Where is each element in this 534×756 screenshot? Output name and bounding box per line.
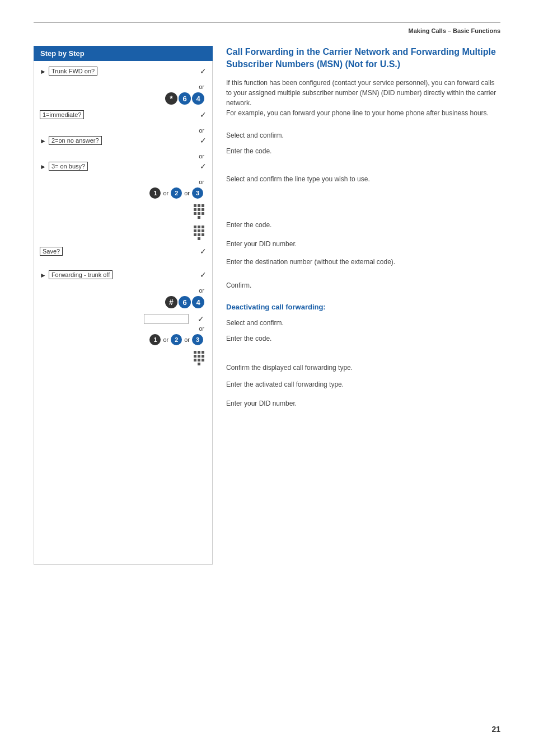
instr-text-confirm: Confirm. — [226, 278, 251, 290]
instr-confirm: Confirm. — [226, 277, 500, 292]
num-2: 2 — [171, 187, 182, 199]
badge-6-2: 6 — [179, 296, 191, 308]
num-2b: 2 — [171, 334, 182, 345]
keypad-icon-1 — [194, 204, 204, 219]
empty-input-box — [144, 314, 189, 324]
or-text-1: or — [40, 83, 207, 90]
deactivate-type-block: ✓ or 1 or 2 or 3 — [40, 314, 207, 345]
no-answer-label: 2=on no answer? — [49, 136, 102, 145]
intro-paragraph: If this function has been configured (co… — [226, 78, 500, 118]
keypad-row-1 — [40, 204, 207, 219]
instr-code-deact: Enter the code. — [226, 330, 500, 345]
instr-text-line-type: Select and confirm the line type you wis… — [226, 172, 370, 184]
instr-select-confirm-1: Select and confirm. — [226, 127, 500, 142]
check-deact: ✓ — [198, 314, 204, 323]
instr-confirm-type: Confirm the displayed call forwarding ty… — [226, 359, 500, 374]
page-number: 21 — [491, 725, 500, 734]
or-inline-1: or — [163, 190, 168, 196]
trunk-fwd-row: ► Trunk FWD on? ✓ — [40, 67, 207, 80]
instr-did-2: Enter your DID number. — [226, 395, 500, 410]
code-row-2: # 6 4 — [40, 296, 207, 308]
instr-text-enter-type: Enter the activated call forwarding type… — [226, 377, 344, 389]
check-icon-trunk: ✓ — [200, 67, 207, 76]
instr-text-select-deact: Select and confirm. — [226, 316, 284, 328]
no-answer-row: ► 2=on no answer? ✓ — [40, 136, 207, 149]
instr-text-did-2: Enter your DID number. — [226, 396, 297, 408]
instr-dest: Enter the destination number (without th… — [226, 255, 500, 275]
keypad-row-3 — [40, 351, 207, 365]
step-by-step-label: Step by Step — [34, 46, 213, 61]
save-label: Save? — [40, 247, 63, 256]
line-type-block: 1=immediate? ✓ or ► 2=on no answer? ✓ or… — [40, 110, 207, 199]
trunk-fwd-label: Trunk FWD on? — [49, 67, 97, 76]
or-inline-2: or — [184, 190, 190, 196]
instr-text-confirm-type: Confirm the displayed call forwarding ty… — [226, 360, 353, 373]
save-row: Save? ✓ — [40, 247, 207, 260]
num-row-1: 1 or 2 or 3 — [40, 187, 207, 199]
badge-4-2: 4 — [192, 296, 204, 308]
instr-select-line-type: Select and confirm the line type you wis… — [226, 172, 500, 186]
instr-enter-code-1: Enter the code. — [226, 143, 500, 157]
page-container: Making Calls – Basic Functions Step by S… — [0, 0, 534, 756]
right-column: Call Forwarding in the Carrier Network a… — [213, 46, 500, 565]
instr-text-dest: Enter the destination number (without th… — [226, 255, 395, 267]
instr-enter-code-2: Enter the code. — [226, 217, 500, 231]
fwd-trunk-off-label: Forwarding - trunk off — [49, 270, 113, 279]
trunk-fwd-block: ► Trunk FWD on? ✓ or * 6 4 — [40, 67, 207, 105]
num-row-2: 1 or 2 or 3 — [40, 334, 207, 345]
page-header-title: Making Calls – Basic Functions — [409, 27, 500, 34]
left-column: Step by Step ► Trunk FWD on? ✓ or * 6 4 — [34, 46, 213, 565]
deactivating-title: Deactivating call forwarding: — [226, 303, 500, 311]
or-text-5: or — [40, 287, 207, 294]
or-text-6: or — [40, 325, 207, 332]
immediate-row: 1=immediate? ✓ — [40, 110, 207, 124]
check-immediate: ✓ — [200, 110, 207, 119]
num-3: 3 — [192, 187, 203, 199]
check-fwd-trunk: ✓ — [200, 270, 207, 279]
keypad-icon-2 — [194, 226, 204, 240]
main-section-title: Call Forwarding in the Carrier Network a… — [226, 46, 500, 71]
num-3b: 3 — [192, 334, 203, 345]
badge-6-1: 6 — [179, 92, 191, 105]
num-1b: 1 — [149, 334, 161, 345]
star-badge: * — [165, 92, 177, 105]
arrow-icon: ► — [40, 68, 46, 76]
arrow-busy: ► — [40, 163, 46, 171]
check-no-answer: ✓ — [200, 136, 207, 145]
keypad-icon-3 — [194, 351, 204, 365]
arrow-fwd-trunk: ► — [40, 271, 46, 279]
arrow-no-answer: ► — [40, 137, 46, 145]
or-text-3: or — [40, 153, 207, 159]
instr-text-code-2: Enter the code. — [226, 218, 271, 230]
keypad-row-2 — [40, 226, 207, 240]
or-inline-4: or — [184, 336, 190, 343]
hash-badge: # — [165, 296, 177, 308]
instr-enter-type: Enter the activated call forwarding type… — [226, 376, 500, 391]
or-text-4: or — [40, 179, 207, 185]
num-1: 1 — [149, 187, 161, 199]
check-save: ✓ — [200, 247, 207, 256]
empty-box-row: ✓ — [40, 314, 207, 324]
code-row-1: * 6 4 — [40, 92, 207, 105]
or-inline-3: or — [163, 336, 168, 343]
immediate-label: 1=immediate? — [40, 110, 84, 119]
instr-text-did-1: Enter your DID number. — [226, 237, 297, 249]
busy-label: 3= on busy? — [49, 162, 88, 171]
instr-did-1: Enter your DID number. — [226, 236, 500, 250]
steps-area: ► Trunk FWD on? ✓ or * 6 4 1=imme — [34, 61, 213, 565]
fwd-trunk-off-row: ► Forwarding - trunk off ✓ — [40, 270, 207, 284]
header-bar: Making Calls – Basic Functions — [34, 22, 500, 35]
instr-text-code-1: Enter the code. — [226, 144, 271, 156]
instructions-list: Select and confirm. Enter the code. Sele… — [226, 127, 500, 412]
instr-text-select-1: Select and confirm. — [226, 128, 284, 140]
busy-row: ► 3= on busy? ✓ — [40, 162, 207, 175]
fwd-trunk-off-block: ► Forwarding - trunk off ✓ or # 6 4 — [40, 270, 207, 308]
badge-4-1: 4 — [192, 92, 204, 105]
spacer-1 — [226, 187, 500, 217]
instr-select-deact: Select and confirm. — [226, 314, 500, 329]
or-text-2: or — [40, 127, 207, 134]
main-content: Step by Step ► Trunk FWD on? ✓ or * 6 4 — [34, 46, 500, 565]
check-busy: ✓ — [200, 162, 207, 171]
instr-text-code-deact: Enter the code. — [226, 331, 271, 344]
